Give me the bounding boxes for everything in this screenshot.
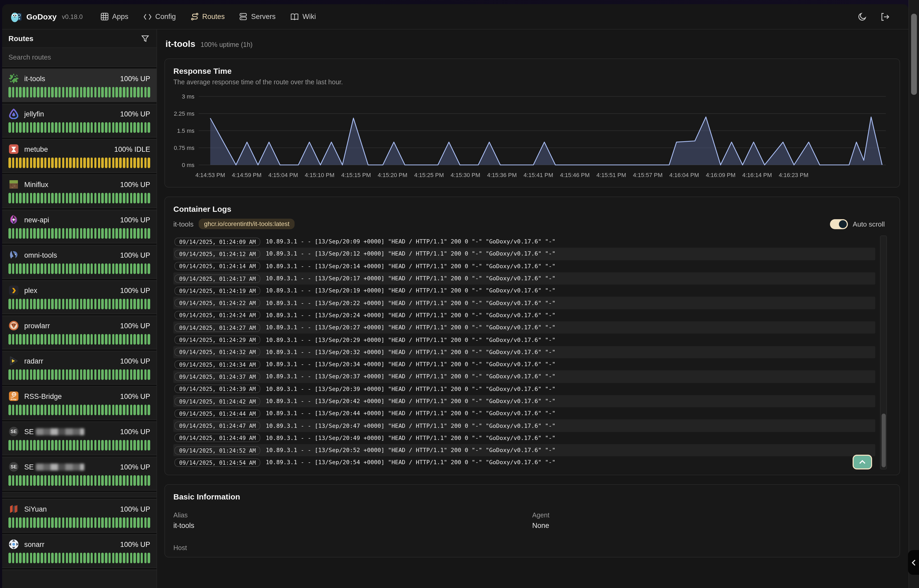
panel-collapse-tab[interactable]: [908, 550, 919, 575]
godoxy-logo-icon: [11, 11, 22, 23]
route-item-radarr[interactable]: radarr100% UP: [2, 351, 157, 384]
rss-bridge-icon: rssBridge: [8, 391, 19, 402]
svg-text:4:15:57 PM: 4:15:57 PM: [633, 172, 663, 178]
route-item-jellyfin[interactable]: jellyfin100% UP: [2, 104, 157, 137]
sidebar-header: Routes: [2, 29, 157, 48]
route-item-omni-tools[interactable]: omni-tools100% UP: [2, 245, 157, 279]
route-item-prowlarr[interactable]: prowlarr100% UP: [2, 316, 157, 349]
route-status-badge: 100% UP: [120, 74, 150, 82]
brand-name: GoDoxy: [26, 12, 57, 21]
miniflux-block-icon: [8, 179, 19, 190]
svg-text:4:15:15 PM: 4:15:15 PM: [341, 172, 371, 178]
log-message: 10.89.3.1 - - [13/Sep/20:44 +0000] "HEAD…: [266, 410, 556, 417]
response-time-title: Response Time: [173, 66, 891, 75]
basic-info-card: Basic Information Alias it-tools Agent N…: [165, 484, 900, 557]
log-row: 09/14/2025, 01:24:24 AM10.89.3.1 - - [13…: [173, 309, 875, 321]
uptime-bars: [8, 517, 150, 528]
log-box: 09/14/2025, 01:24:09 AM10.89.3.1 - - [13…: [173, 236, 891, 470]
route-item-plex[interactable]: plex100% UP: [2, 280, 157, 314]
page-scrollbar[interactable]: [908, 0, 919, 588]
route-item-miniflux[interactable]: Miniflux100% UP: [2, 174, 157, 208]
svg-text:4:14:53 PM: 4:14:53 PM: [195, 172, 225, 178]
route-item-metube[interactable]: metube100% IDLE: [2, 139, 157, 173]
metube-icon: [8, 144, 19, 154]
route-item-it-tools[interactable]: it-tools100% UP: [2, 68, 157, 102]
radarr-icon: [8, 355, 19, 366]
route-item-new-api[interactable]: new-api100% UP: [2, 210, 157, 244]
log-message: 10.89.3.1 - - [13/Sep/20:14 +0000] "HEAD…: [266, 263, 556, 270]
log-row: 09/14/2025, 01:24:54 AM10.89.3.1 - - [13…: [173, 457, 875, 469]
svg-text:4:14:59 PM: 4:14:59 PM: [232, 172, 262, 178]
nav-label-wiki: Wiki: [302, 13, 316, 21]
uptime-bars: [8, 299, 150, 309]
filter-icon[interactable]: [140, 33, 150, 44]
log-message: 10.89.3.1 - - [13/Sep/20:24 +0000] "HEAD…: [266, 312, 556, 319]
nav-label-config: Config: [155, 13, 176, 21]
route-status-badge: 100% UP: [120, 540, 150, 548]
route-name: SE: [24, 463, 84, 471]
svg-text:0.75 ms: 0.75 ms: [174, 145, 194, 151]
logout-icon[interactable]: [880, 11, 890, 22]
dark-mode-moon-icon[interactable]: [857, 11, 867, 22]
log-row: 09/14/2025, 01:24:19 AM10.89.3.1 - - [13…: [173, 284, 875, 297]
sidebar-title: Routes: [8, 34, 34, 43]
log-row: 09/14/2025, 01:24:47 AM10.89.3.1 - - [13…: [173, 420, 875, 432]
route-name: jellyfin: [24, 110, 44, 118]
container-image-badge[interactable]: ghcr.io/corentinth/it-tools:latest: [199, 219, 295, 229]
uptime-bars: [8, 158, 150, 168]
log-timestamp-badge: 09/14/2025, 01:24:34 AM: [174, 360, 260, 368]
log-row: 09/14/2025, 01:24:17 AM10.89.3.1 - - [13…: [173, 272, 875, 285]
log-row: 09/14/2025, 01:24:22 AM10.89.3.1 - - [13…: [173, 297, 875, 309]
svg-text:4:16:09 PM: 4:16:09 PM: [706, 172, 736, 178]
navbar: GoDoxy v0.18.0 Apps: [2, 4, 908, 29]
route-item-rss-bridge[interactable]: rssBridgeRSS-Bridge100% UP: [2, 386, 157, 420]
field-host: Host: [173, 544, 532, 552]
log-timestamp-badge: 09/14/2025, 01:24:32 AM: [174, 348, 260, 357]
log-message: 10.89.3.1 - - [13/Sep/20:49 +0000] "HEAD…: [266, 435, 556, 441]
route-item-se[interactable]: SESE100% UP: [2, 457, 157, 491]
book-icon: [290, 13, 299, 20]
svg-text:4:15:10 PM: 4:15:10 PM: [305, 172, 334, 178]
nav-item-servers[interactable]: Servers: [239, 13, 276, 21]
autoscroll-label: Auto scroll: [853, 220, 885, 228]
route-item-se[interactable]: SESE100% UP: [2, 422, 157, 455]
log-row: 09/14/2025, 01:24:49 AM10.89.3.1 - - [13…: [173, 432, 875, 444]
chevron-left-icon: [911, 559, 916, 565]
brand[interactable]: GoDoxy v0.18.0: [11, 11, 83, 23]
log-scrollbar-thumb[interactable]: [881, 414, 886, 467]
log-timestamp-badge: 09/14/2025, 01:24:24 AM: [174, 311, 260, 320]
route-status-badge: 100% UP: [120, 181, 150, 188]
container-logs-title: Container Logs: [173, 204, 891, 213]
autoscroll-toggle[interactable]: [830, 219, 848, 229]
log-timestamp-badge: 09/14/2025, 01:24:22 AM: [174, 299, 260, 307]
response-time-chart: 3 ms2.25 ms1.5 ms0.75 ms0 ms4:14:53 PM4:…: [173, 91, 892, 182]
alias-value: it-tools: [173, 522, 532, 530]
route-name: Miniflux: [24, 181, 48, 188]
svg-text:4:15:20 PM: 4:15:20 PM: [378, 172, 408, 178]
nav-item-config[interactable]: Config: [143, 13, 176, 21]
page-head: it-tools 100% uptime (1h): [165, 39, 903, 50]
log-row: 09/14/2025, 01:24:27 AM10.89.3.1 - - [13…: [173, 321, 875, 334]
nav-item-wiki[interactable]: Wiki: [290, 13, 316, 21]
nav-item-apps[interactable]: Apps: [101, 13, 129, 21]
route-status-badge: 100% UP: [120, 110, 150, 118]
log-row: 09/14/2025, 01:24:14 AM10.89.3.1 - - [13…: [173, 260, 875, 272]
nav-item-routes[interactable]: Routes: [191, 13, 225, 21]
log-message: 10.89.3.1 - - [13/Sep/20:32 +0000] "HEAD…: [266, 349, 556, 355]
route-item-siyuan[interactable]: SiYuan100% UP: [2, 499, 157, 533]
route-status-badge: 100% UP: [120, 505, 150, 513]
route-item-sonarr[interactable]: sonarr100% UP: [2, 534, 157, 568]
log-row: 09/14/2025, 01:24:52 AM10.89.3.1 - - [13…: [173, 444, 875, 457]
field-agent: Agent None: [532, 512, 891, 530]
search-routes-input[interactable]: [2, 53, 157, 61]
log-scrollbar[interactable]: [880, 236, 887, 470]
route-name: RSS-Bridge: [24, 392, 62, 400]
page-scrollbar-thumb[interactable]: [911, 14, 917, 95]
route-status-badge: 100% UP: [120, 251, 150, 259]
route-name: sonarr: [24, 540, 45, 548]
log-row: 09/14/2025, 01:24:39 AM10.89.3.1 - - [13…: [173, 383, 875, 395]
brand-version: v0.18.0: [62, 13, 83, 20]
uptime-label: 100% uptime (1h): [200, 41, 252, 48]
log-message: 10.89.3.1 - - [13/Sep/20:47 +0000] "HEAD…: [266, 422, 556, 429]
scroll-to-top-button[interactable]: [853, 455, 872, 470]
